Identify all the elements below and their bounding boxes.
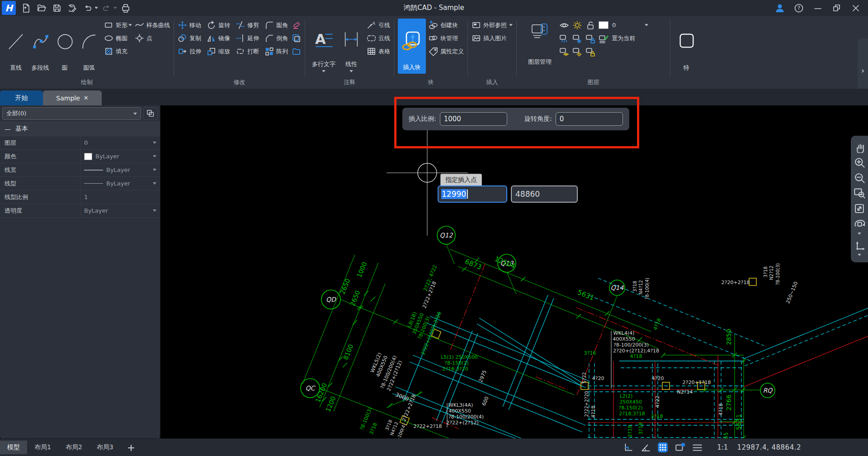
attribute-define-button[interactable]: 属性定义 bbox=[429, 45, 464, 58]
property-row-2[interactable]: 线宽ByLayer bbox=[0, 163, 160, 177]
layer-set-current-button[interactable] bbox=[599, 33, 609, 43]
drawing-canvas[interactable]: Q12Q13Q14QDQCRQ6873125045631100026502650… bbox=[160, 105, 868, 439]
orbit-dropdown-caret[interactable] bbox=[858, 233, 861, 235]
ellipse-button[interactable]: 椭圆 bbox=[104, 32, 127, 45]
save-button[interactable] bbox=[52, 3, 62, 14]
layer-thaw-icon[interactable] bbox=[572, 20, 582, 30]
set-current-label[interactable]: 置为当前 bbox=[612, 34, 635, 43]
line-button[interactable]: 直线 bbox=[4, 19, 28, 74]
x-coordinate-input[interactable]: 12990 bbox=[438, 185, 507, 203]
undo-button[interactable] bbox=[82, 3, 93, 14]
rotate-tool-button[interactable]: 旋转 bbox=[207, 19, 230, 32]
tab-sample[interactable]: Sample ✕ bbox=[43, 90, 102, 105]
tab-model[interactable]: 模型 bbox=[0, 441, 27, 454]
tab-close-icon[interactable]: ✕ bbox=[84, 95, 89, 101]
trim-button[interactable]: 修剪 bbox=[236, 19, 259, 32]
layer-iso-button[interactable] bbox=[572, 47, 582, 57]
restore-button[interactable] bbox=[831, 3, 842, 14]
zoom-extents-button[interactable] bbox=[853, 201, 866, 216]
pan-button[interactable] bbox=[853, 139, 866, 155]
value-dropdown-caret[interactable] bbox=[153, 142, 156, 144]
orbit-button[interactable] bbox=[853, 216, 866, 232]
minimize-button[interactable] bbox=[812, 3, 823, 14]
stretch-button[interactable]: 拉伸 bbox=[178, 45, 201, 58]
array-button[interactable]: 阵列 bbox=[264, 45, 288, 58]
move-button[interactable]: 移动 bbox=[178, 19, 201, 32]
property-row-0[interactable]: 图层0 bbox=[0, 136, 160, 150]
insert-scale-input[interactable]: 1000 bbox=[440, 112, 507, 126]
redo-dropdown-caret[interactable] bbox=[113, 7, 117, 9]
quick-select-button[interactable] bbox=[143, 107, 158, 120]
ucs-button[interactable] bbox=[853, 238, 866, 253]
mirror-button[interactable]: 镜像 bbox=[207, 32, 230, 45]
offset-button[interactable] bbox=[292, 32, 301, 45]
property-row-5[interactable]: 透明度ByLayer bbox=[0, 204, 160, 218]
dim-linear-button[interactable]: 线性 bbox=[339, 19, 364, 74]
zoom-in-button[interactable] bbox=[853, 155, 866, 170]
property-row-1[interactable]: 颜色ByLayer bbox=[0, 150, 160, 163]
help-icon[interactable]: ? bbox=[793, 3, 804, 14]
new-file-button[interactable] bbox=[21, 3, 32, 14]
spline-button[interactable]: 样条曲线 bbox=[135, 19, 170, 32]
mtext-dropdown-caret[interactable] bbox=[322, 70, 326, 72]
status-menu-button[interactable] bbox=[690, 442, 704, 453]
scale-tool-button[interactable]: 缩放 bbox=[207, 45, 230, 58]
leader-button[interactable]: A 引线 bbox=[367, 19, 390, 32]
property-value[interactable]: ByLayer bbox=[80, 180, 160, 187]
insert-block-button[interactable]: 插入块 bbox=[398, 19, 426, 74]
grid-snap-toggle[interactable] bbox=[656, 442, 670, 453]
rotation-angle-input[interactable]: 0 bbox=[556, 112, 623, 126]
y-coordinate-input[interactable]: 48860 bbox=[511, 185, 578, 203]
break-button[interactable]: 打断 bbox=[236, 45, 259, 58]
property-value[interactable]: ByLayer bbox=[80, 166, 160, 173]
xref-dropdown-caret[interactable] bbox=[509, 24, 513, 26]
hatch-button[interactable]: 填充 bbox=[104, 45, 127, 58]
osnap-toggle[interactable] bbox=[673, 442, 687, 453]
explode-button[interactable] bbox=[292, 45, 301, 58]
arc-button[interactable]: 圆弧 bbox=[77, 19, 101, 74]
property-value[interactable]: ByLayer bbox=[80, 207, 160, 214]
rectangle-dropdown-caret[interactable] bbox=[128, 24, 132, 26]
polar-toggle[interactable] bbox=[638, 442, 653, 453]
property-row-3[interactable]: 线型ByLayer bbox=[0, 177, 160, 190]
open-file-button[interactable] bbox=[36, 3, 47, 14]
layer-freeze-button[interactable] bbox=[572, 33, 582, 43]
create-block-button[interactable]: 创建块 bbox=[429, 19, 464, 32]
value-dropdown-caret[interactable] bbox=[153, 182, 156, 185]
tab-start[interactable]: 开始 bbox=[0, 90, 43, 105]
value-dropdown-caret[interactable] bbox=[153, 209, 156, 212]
selection-filter-dropdown[interactable]: 全部(0) bbox=[2, 107, 141, 120]
tab-layout2[interactable]: 布局2 bbox=[58, 441, 90, 454]
layer-lock-button[interactable] bbox=[585, 33, 595, 43]
fillet-button[interactable]: 圆角 bbox=[264, 19, 288, 32]
xref-button[interactable]: 外部参照 bbox=[472, 19, 513, 32]
tab-layout1[interactable]: 布局1 bbox=[27, 441, 58, 454]
property-value[interactable]: ByLayer bbox=[80, 153, 160, 160]
match-properties-button[interactable]: 特 bbox=[674, 19, 698, 74]
undo-dropdown-caret[interactable] bbox=[94, 7, 98, 9]
layer-walk-button[interactable] bbox=[559, 47, 569, 57]
user-account-icon[interactable] bbox=[774, 3, 785, 14]
layer-manager-button[interactable]: 图层管理 bbox=[520, 19, 559, 66]
layer-select-dropdown[interactable]: 0 bbox=[599, 21, 666, 29]
copy-button[interactable]: 复制 bbox=[178, 32, 201, 45]
print-button[interactable] bbox=[120, 3, 131, 14]
layer-lockfade-button[interactable] bbox=[585, 47, 595, 57]
extend-button[interactable]: 延伸 bbox=[236, 32, 259, 45]
save-as-button[interactable] bbox=[67, 3, 78, 14]
ribbon-expand-chevron[interactable]: › bbox=[858, 38, 868, 89]
polyline-button[interactable]: 多段线 bbox=[28, 19, 52, 74]
add-layout-button[interactable]: + bbox=[121, 442, 142, 453]
ortho-toggle[interactable] bbox=[621, 442, 636, 453]
rectangle-button[interactable]: 矩形 bbox=[104, 19, 127, 32]
zoom-window-button[interactable] bbox=[853, 185, 866, 201]
point-button[interactable]: 点 bbox=[135, 32, 170, 45]
insert-image-button[interactable]: 插入图片 bbox=[472, 32, 513, 45]
layer-off-button[interactable] bbox=[559, 33, 569, 43]
property-row-4[interactable]: 线型比例1 bbox=[0, 190, 160, 204]
layer-unlock-icon[interactable] bbox=[585, 20, 595, 30]
value-dropdown-caret[interactable] bbox=[153, 169, 156, 171]
chamfer-button[interactable]: 倒角 bbox=[264, 32, 288, 45]
circle-button[interactable]: 圆 bbox=[52, 19, 77, 74]
mtext-button[interactable]: A 多行文字 bbox=[309, 19, 339, 74]
